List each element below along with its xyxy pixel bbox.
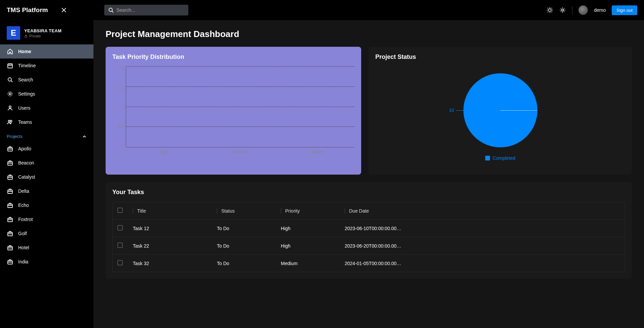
sidebar-item-label: Golf: [18, 231, 27, 236]
sidebar-project-beacon[interactable]: Beacon: [0, 156, 93, 170]
sidebar-item-label: Settings: [18, 91, 35, 97]
team-privacy: Private: [24, 34, 62, 38]
svg-rect-13: [8, 190, 12, 193]
th-due[interactable]: Due Date: [345, 208, 369, 214]
sidebar-item-label: Beacon: [18, 160, 34, 166]
cell-title: Task 12: [128, 220, 212, 237]
sidebar-project-echo[interactable]: Echo: [0, 198, 93, 212]
sidebar-project-delta[interactable]: Delta: [0, 184, 93, 198]
pie-slice-completed: [463, 73, 537, 147]
nav-projects: ApolloBeaconCatalystDeltaEchoFoxtrotGolf…: [0, 142, 93, 269]
svg-rect-17: [8, 247, 12, 250]
bar-ytick: 1: [112, 105, 124, 109]
bar-xlabel: High: [126, 149, 202, 154]
settings-icon[interactable]: [559, 7, 566, 13]
cell-status: To Do: [212, 255, 276, 272]
svg-point-1: [548, 9, 551, 11]
th-title[interactable]: Title: [133, 208, 146, 214]
sidebar-project-apollo[interactable]: Apollo: [0, 142, 93, 156]
projects-section-label: Projects: [7, 134, 23, 139]
svg-point-7: [9, 106, 11, 108]
team-header[interactable]: E YEABSIRA TEAM Private: [0, 20, 93, 44]
th-priority[interactable]: Priority: [281, 208, 300, 214]
cell-status: To Do: [212, 220, 276, 237]
sidebar-item-search[interactable]: Search: [0, 73, 93, 87]
pie-legend-swatch: [485, 156, 490, 160]
pie-label-connector: [456, 110, 463, 111]
sidebar-item-label: Hotel: [18, 245, 29, 250]
sidebar-project-golf[interactable]: Golf: [0, 226, 93, 241]
cell-status: To Do: [212, 237, 276, 255]
sidebar-item-label: Teams: [18, 119, 32, 125]
bar-ytick: 1.5: [112, 86, 124, 90]
bar-ytick: 2: [112, 67, 124, 71]
sidebar-project-catalyst[interactable]: Catalyst: [0, 170, 93, 184]
theme-toggle-icon[interactable]: [546, 7, 553, 13]
svg-point-6: [9, 93, 11, 95]
pie-radius-line: [500, 110, 537, 111]
table-row[interactable]: Task 32 To Do Medium 2024-01-05T00:00:00…: [113, 255, 625, 272]
briefcase-icon: [7, 230, 13, 237]
th-status[interactable]: Status: [217, 208, 235, 214]
table-row[interactable]: Task 22 To Do High 2023-06-20T00:00:00.0…: [113, 237, 625, 255]
sidebar-project-india[interactable]: India: [0, 255, 93, 269]
cell-priority: High: [276, 220, 340, 237]
sidebar-item-label: Timeline: [18, 63, 36, 68]
svg-rect-11: [8, 162, 12, 165]
bar-chart-title: Task Priority Distribution: [112, 53, 354, 61]
sidebar-project-hotel[interactable]: Hotel: [0, 241, 93, 255]
svg-point-5: [8, 78, 11, 81]
global-search[interactable]: [104, 5, 188, 15]
search-icon: [7, 76, 13, 83]
signout-button[interactable]: Sign out: [612, 5, 637, 15]
cell-title: Task 22: [128, 237, 212, 255]
svg-rect-12: [8, 176, 12, 179]
brand-logo: TMS Platform: [7, 6, 48, 14]
sidebar-item-teams[interactable]: Teams: [0, 115, 93, 129]
timeline-icon: [7, 62, 13, 69]
sidebar-item-timeline[interactable]: Timeline: [0, 59, 93, 73]
gear-icon: [7, 90, 13, 97]
row-checkbox[interactable]: [117, 243, 123, 248]
home-icon: [7, 48, 13, 55]
svg-rect-10: [8, 148, 12, 151]
sidebar-item-settings[interactable]: Settings: [0, 87, 93, 101]
svg-point-9: [10, 120, 12, 122]
sidebar-item-label: Search: [18, 77, 33, 82]
legend-swatch: [225, 163, 229, 168]
team-logo: E: [7, 26, 20, 40]
projects-section-toggle[interactable]: Projects: [0, 129, 93, 142]
search-input[interactable]: [116, 7, 184, 13]
select-all-checkbox[interactable]: [117, 208, 123, 213]
bar-xlabel: Medium: [202, 149, 278, 154]
pie-chart-title: Project Status: [375, 53, 625, 61]
sidebar-item-home[interactable]: Home: [0, 44, 93, 59]
bar-ytick: 0: [112, 143, 124, 147]
main: Project Management Dashboard Task Priori…: [93, 0, 644, 328]
row-checkbox[interactable]: [117, 225, 123, 230]
sidebar-item-label: India: [18, 259, 28, 264]
user-name: demo: [594, 7, 606, 13]
bar-ytick: 0.5: [112, 124, 124, 129]
sidebar-item-label: Catalyst: [18, 174, 35, 180]
divider: [572, 6, 572, 14]
sidebar-item-users[interactable]: Users: [0, 101, 93, 115]
svg-rect-3: [25, 36, 27, 37]
cell-priority: Medium: [276, 255, 340, 272]
briefcase-icon: [7, 244, 13, 251]
briefcase-icon: [7, 159, 13, 166]
briefcase-icon: [7, 216, 13, 223]
close-icon[interactable]: [61, 7, 67, 13]
avatar[interactable]: [578, 5, 588, 15]
sidebar-project-foxtrot[interactable]: Foxtrot: [0, 212, 93, 226]
row-checkbox[interactable]: [117, 260, 123, 265]
pie-data-label: 10: [449, 108, 454, 113]
bar-xlabel: Urgent: [278, 149, 354, 154]
briefcase-icon: [7, 258, 13, 265]
briefcase-icon: [7, 202, 13, 209]
svg-rect-16: [8, 232, 12, 236]
tasks-table: Title Status Priority Due Date Task 12 T…: [113, 202, 625, 272]
svg-rect-18: [8, 261, 12, 264]
table-row[interactable]: Task 12 To Do High 2023-06-10T00:00:00.0…: [113, 220, 625, 237]
chevron-up-icon: [82, 134, 87, 139]
